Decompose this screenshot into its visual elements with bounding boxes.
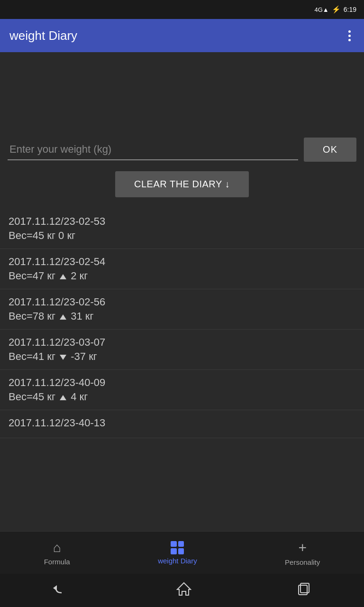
clock: 6:19	[344, 6, 356, 13]
menu-dot-1	[348, 30, 351, 33]
input-row: OK	[0, 138, 364, 162]
diary-list: 2017.11.12/23-02-53Вес=45 кг 0 кг2017.11…	[0, 209, 364, 531]
diary-weight-2: Вес=78 кг 31 кг	[9, 310, 355, 322]
nav-label-formula: Formula	[44, 558, 70, 566]
home-nav-icon	[176, 582, 191, 596]
nav-label-personality: Personality	[285, 558, 320, 566]
top-spacer	[0, 52, 364, 138]
triangle-up-icon	[60, 314, 66, 320]
recents-button[interactable]	[288, 579, 320, 602]
recents-icon	[298, 582, 311, 596]
ok-button[interactable]: OK	[304, 138, 356, 162]
diary-weight-0: Вес=45 кг 0 кг	[9, 230, 355, 242]
battery-icon: ⚡	[332, 5, 341, 14]
more-options-button[interactable]	[345, 27, 355, 45]
diary-entry-0: 2017.11.12/23-02-53Вес=45 кг 0 кг	[0, 209, 364, 249]
back-arrow-icon	[53, 583, 70, 595]
menu-dot-3	[348, 39, 351, 41]
nav-item-formula[interactable]: ⌂ Formula	[35, 536, 80, 570]
app-bar: weight Diary	[0, 19, 364, 52]
bottom-nav: ⌂ Formula weight Diary + Personality	[0, 531, 364, 574]
system-nav-bar	[0, 574, 364, 607]
diary-weight-1: Вес=47 кг 2 кг	[9, 270, 355, 282]
diary-date-5: 2017.11.12/23-40-13	[9, 417, 355, 429]
main-content: OK CLEAR THE DIARY ↓ 2017.11.12/23-02-53…	[0, 52, 364, 531]
diary-date-3: 2017.11.12/23-03-07	[9, 336, 355, 349]
diary-entry-1: 2017.11.12/23-02-54Вес=47 кг 2 кг	[0, 249, 364, 289]
diary-entry-2: 2017.11.12/23-02-56Вес=78 кг 31 кг	[0, 289, 364, 330]
diary-date-4: 2017.11.12/23-40-09	[9, 377, 355, 389]
triangle-down-icon	[60, 355, 66, 360]
diary-date-2: 2017.11.12/23-02-56	[9, 296, 355, 308]
nav-item-personality[interactable]: + Personality	[275, 536, 329, 570]
home-button[interactable]	[167, 578, 201, 603]
diary-entry-4: 2017.11.12/23-40-09Вес=45 кг 4 кг	[0, 370, 364, 410]
status-icons: 4G▲ ⚡ 6:19	[315, 5, 356, 14]
home-icon: ⌂	[53, 540, 61, 555]
triangle-up-icon	[60, 395, 66, 400]
grid-icon	[171, 541, 184, 554]
clear-button-row: CLEAR THE DIARY ↓	[0, 171, 364, 197]
diary-date-0: 2017.11.12/23-02-53	[9, 215, 355, 228]
svg-marker-0	[177, 583, 191, 595]
status-bar: 4G▲ ⚡ 6:19	[0, 0, 364, 19]
nav-item-weight-diary[interactable]: weight Diary	[148, 537, 207, 569]
menu-dot-2	[348, 35, 351, 37]
diary-entry-3: 2017.11.12/23-03-07Вес=41 кг -37 кг	[0, 330, 364, 370]
weight-input[interactable]	[8, 139, 298, 160]
diary-weight-3: Вес=41 кг -37 кг	[9, 350, 355, 363]
back-button[interactable]	[44, 579, 80, 601]
signal-icon: 4G▲	[315, 6, 329, 13]
plus-icon: +	[298, 540, 307, 556]
diary-weight-4: Вес=45 кг 4 кг	[9, 391, 355, 403]
app-title: weight Diary	[9, 28, 77, 43]
diary-entry-5: 2017.11.12/23-40-13	[0, 410, 364, 438]
triangle-up-icon	[60, 274, 66, 279]
diary-date-1: 2017.11.12/23-02-54	[9, 256, 355, 268]
nav-label-weight-diary: weight Diary	[158, 557, 197, 565]
clear-diary-button[interactable]: CLEAR THE DIARY ↓	[115, 171, 249, 197]
